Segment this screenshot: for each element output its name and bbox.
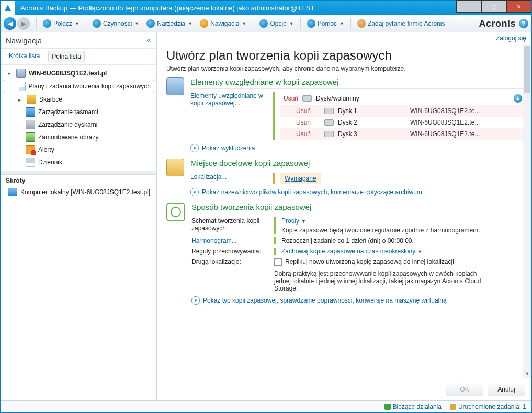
svg-marker-0 — [5, 5, 11, 11]
second-location-label: Drugą lokalizacje: — [191, 258, 274, 265]
item-name: Dysk 2 — [338, 119, 406, 126]
close-button[interactable]: ✕ — [506, 0, 531, 13]
show-naming-link[interactable]: ▾Pokaż nazewnictwo plików kopii zapasowy… — [190, 188, 525, 196]
section-destination-title: Miejsce docelowe kopii zapasowej — [190, 159, 525, 170]
required-label[interactable]: Wymagane — [285, 175, 316, 182]
disk-icon — [324, 131, 334, 137]
ok-button[interactable]: OK — [446, 383, 483, 396]
replicate-checkbox[interactable] — [274, 258, 282, 266]
disk-icon — [324, 108, 334, 114]
tape-icon — [26, 107, 35, 117]
tree-item-alerts[interactable]: Alerty — [1, 143, 156, 156]
scheme-label: Schemat tworzenia kopii zapasowych: — [191, 217, 274, 232]
image-icon — [26, 132, 35, 142]
chevron-down-icon: ▾ — [190, 144, 199, 152]
collapse-items-icon[interactable]: ▲ — [514, 94, 522, 103]
chevron-down-icon: ▾ — [190, 188, 199, 196]
statusbar: Bieżące działania Uruchomione zadania: 1 — [1, 400, 531, 412]
toolbar-connect[interactable]: Połącz▼ — [40, 18, 83, 29]
sidebar-header: Nawigacja « — [1, 32, 156, 49]
content-scrollbar[interactable]: ▲ ▼ — [523, 44, 531, 378]
shortcut-local-computer[interactable]: Komputer lokalny [WIN-6UG08JSQ1E2.test.p… — [1, 186, 156, 198]
tree-item-images[interactable]: Zamontowane obrazy — [1, 131, 156, 143]
tree-item-plans[interactable]: Plany i zadania tworzenia kopii zapasowy… — [3, 80, 154, 93]
tree-item-disks[interactable]: Zarządzanie dyskami — [1, 118, 156, 131]
status-current-actions[interactable]: Bieżące działania — [384, 403, 442, 410]
plans-icon — [19, 82, 26, 91]
chevron-down-icon: ▼ — [339, 21, 344, 26]
item-host: WIN-6UG08JSQ1E2.te... — [410, 119, 480, 126]
item-row: Usuń Dysk 1 WIN-6UG08JSQ1E2.te... — [280, 105, 525, 117]
nav-back-button[interactable]: ◀ — [4, 17, 16, 30]
show-exclusions-link[interactable]: ▾Pokaż wykluczenia — [190, 144, 525, 152]
remove-item-link[interactable]: Usuń — [296, 119, 320, 126]
section-items-title: Elementy uwzględniane w kopii zapasowej — [190, 77, 525, 89]
item-host: WIN-6UG08JSQ1E2.te... — [410, 130, 480, 138]
minimize-button[interactable]: — — [456, 0, 481, 13]
toolbar: ◀ ▶ Połącz▼ Czynności▼ Narzędzia▼ Nawiga… — [1, 15, 531, 32]
gear-icon — [93, 19, 101, 28]
show-backup-type-link[interactable]: ▾Pokaż typ kopii zapasowej, sprawdzanie … — [191, 296, 525, 305]
remove-item-link[interactable]: Usuń — [296, 130, 320, 138]
scroll-thumb[interactable] — [524, 46, 530, 93]
location-link[interactable]: Lokalizacja... — [190, 173, 273, 181]
clock-section-icon — [166, 203, 185, 221]
expand-icon[interactable]: ▸ — [18, 97, 24, 103]
status-running-tasks[interactable]: Uruchomione zadania: 1 — [450, 403, 526, 410]
toolbar-ask[interactable]: Zadaj pytanie firmie Acronis — [354, 18, 448, 29]
tree-root[interactable]: ▾WIN-6UG08JSQ1E2.test.pl — [1, 67, 156, 80]
toolbar-navigation[interactable]: Nawigacja▼ — [197, 18, 250, 29]
toolbar-options[interactable]: Opcje▼ — [256, 18, 297, 29]
item-row: Usuń Dysk 3 WIN-6UG08JSQ1E2.te... — [280, 128, 525, 140]
items-table-header: Usuń Dyski/woluminy: ▲ — [280, 92, 525, 105]
chevron-down-icon: ▼ — [289, 21, 294, 26]
tree-item-vaults[interactable]: ▸Skarbce — [1, 93, 156, 106]
sidebar: Nawigacja « Krótka lista Pełna lista ▾WI… — [1, 32, 157, 400]
toolbar-actions[interactable]: Czynności▼ — [89, 18, 142, 29]
scheme-dropdown[interactable]: Prosty▼ — [281, 217, 306, 225]
chevron-down-icon: ▼ — [75, 21, 80, 26]
tree-item-log[interactable]: Dziennik — [1, 156, 156, 169]
retention-label: Reguły przechowywania: — [191, 248, 274, 255]
shortcuts-header: Skróty — [1, 175, 156, 186]
maximize-button[interactable]: ☐ — [481, 0, 506, 13]
person-icon — [357, 19, 366, 28]
items-link[interactable]: Elementy uwzględniane w kopii zapasowej.… — [190, 92, 273, 107]
retention-dropdown[interactable]: Zachowaj kopie zapasowe na czas nieokreś… — [281, 248, 422, 255]
wrench-icon — [146, 19, 155, 28]
tab-short-list[interactable]: Krótka lista — [6, 51, 43, 62]
schedule-link[interactable]: Harmonogram... — [191, 237, 274, 244]
remove-all-link[interactable]: Usuń — [284, 95, 298, 102]
vault-icon — [27, 95, 36, 104]
toolbar-tools[interactable]: Narzędzia▼ — [143, 18, 196, 29]
chevron-down-icon: ▼ — [417, 249, 422, 254]
play-icon — [384, 404, 391, 410]
replicate-label: Replikuj nowo utworzoną kopię zapasową d… — [285, 258, 454, 265]
login-link[interactable]: Zaloguj się — [496, 35, 526, 42]
tree-item-tapes[interactable]: Zarządzanie taśmami — [1, 106, 156, 118]
section-destination: Miejsce docelowe kopii zapasowej Lokaliz… — [166, 159, 525, 198]
items-section-icon — [166, 77, 184, 95]
tab-full-list[interactable]: Pełna lista — [48, 51, 84, 62]
nav-forward-button[interactable]: ▶ — [17, 17, 30, 30]
folder-section-icon — [166, 159, 184, 176]
alert-icon — [26, 145, 35, 154]
brand-help-icon[interactable]: ? — [519, 19, 528, 28]
expand-icon[interactable]: ▾ — [8, 71, 13, 76]
help-icon — [307, 19, 315, 28]
replicate-description: Dobrą praktyką jest przechowywanie kopii… — [274, 270, 499, 292]
item-name: Dysk 1 — [338, 107, 406, 115]
remove-item-link[interactable]: Usuń — [296, 107, 320, 115]
scroll-down-icon[interactable]: ▼ — [523, 370, 531, 378]
chevron-down-icon: ▼ — [242, 21, 247, 26]
app-window: Acronis Backup — Podłączono do tego komp… — [0, 0, 532, 413]
cancel-button[interactable]: Anuluj — [488, 383, 525, 396]
collapse-sidebar-icon[interactable]: « — [146, 36, 151, 45]
log-icon — [26, 158, 35, 167]
options-icon — [259, 19, 268, 28]
section-how-title: Sposób tworzenia kopii zapasowej — [191, 203, 525, 214]
item-row: Usuń Dysk 2 WIN-6UG08JSQ1E2.te... — [280, 117, 525, 128]
toolbar-help[interactable]: Pomoc▼ — [304, 18, 347, 29]
content-area: Utwórz plan tworzenia kopii zapasowych U… — [157, 44, 531, 378]
item-host: WIN-6UG08JSQ1E2.te... — [410, 107, 480, 115]
